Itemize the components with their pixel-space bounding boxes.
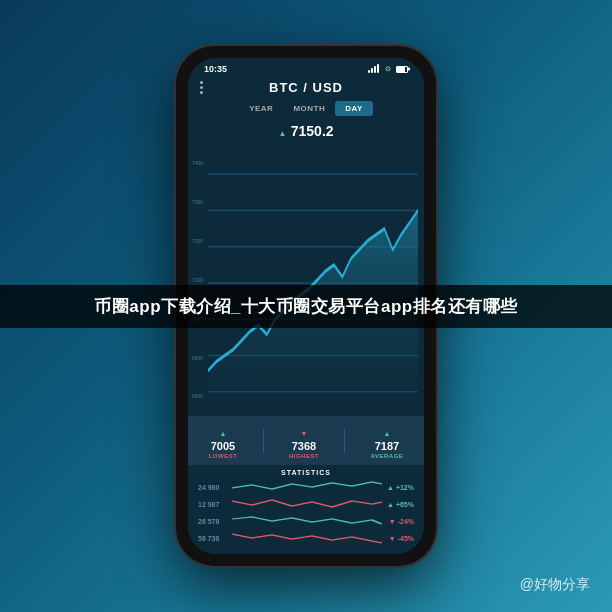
tab-month[interactable]: MONTH (283, 101, 335, 116)
stat-row-4: 56 736 ▼ -45% (198, 531, 414, 545)
price-chart: 7400 7300 7200 7100 7000 6900 6800 (188, 144, 424, 416)
watermark: @好物分享 (520, 576, 590, 594)
stat-row-1: 24 980 ▲ +12% (198, 480, 414, 494)
stat-row-2: 12 987 ▲ +65% (198, 497, 414, 511)
time-tabs: YEAR MONTH DAY (188, 97, 424, 120)
y-axis: 7400 7300 7200 7100 7000 6900 6800 (192, 144, 203, 416)
stat-divider-1 (263, 429, 264, 453)
stats-strip: ▲ 7005 LOWEST ▼ 7368 HIGHEST ▲ 7187 AVER… (188, 416, 424, 465)
stat-row-3: 26 578 ▼ -24% (198, 514, 414, 528)
statistics-title: STATISTICS (198, 469, 414, 476)
current-price: 7150.2 (291, 123, 334, 139)
stat-change-4: ▼ -45% (386, 535, 414, 542)
mini-chart-3 (232, 514, 382, 528)
promo-banner: 币圈app下载介绍_十大币圈交易平台app排名还有哪些 (0, 285, 612, 328)
stat-change-3: ▼ -24% (386, 518, 414, 525)
menu-button[interactable] (200, 81, 203, 94)
mini-chart-2 (232, 497, 382, 511)
average-arrow-icon: ▲ (384, 430, 391, 437)
tab-year[interactable]: YEAR (239, 101, 283, 116)
tab-day[interactable]: DAY (335, 101, 373, 116)
statistics-section: STATISTICS 24 980 ▲ +12% 12 987 (188, 465, 424, 554)
highest-arrow-icon: ▼ (300, 430, 307, 437)
status-time: 10:35 (204, 64, 227, 74)
highest-value: 7368 (289, 440, 319, 452)
lowest-value: 7005 (209, 440, 238, 452)
stat-change-1: ▲ +12% (386, 484, 414, 491)
stat-lowest: ▲ 7005 LOWEST (209, 422, 238, 459)
stat-num-4: 56 736 (198, 535, 228, 542)
average-value: 7187 (371, 440, 404, 452)
chart-svg (208, 144, 418, 416)
stat-divider-2 (344, 429, 345, 453)
app-header: BTC / USD (188, 76, 424, 97)
status-bar: 10:35 ⊙ (188, 58, 424, 76)
mini-chart-4 (232, 531, 382, 545)
lowest-arrow-icon: ▲ (220, 430, 227, 437)
stat-average: ▲ 7187 AVERAGE (371, 422, 404, 459)
stat-highest: ▼ 7368 HIGHEST (289, 422, 319, 459)
stat-num-3: 26 578 (198, 518, 228, 525)
wifi-icon: ⊙ (385, 65, 391, 73)
signal-icon (368, 65, 379, 73)
trading-pair-title: BTC / USD (269, 80, 343, 95)
price-display: ▲ 7150.2 (188, 120, 424, 144)
highest-label: HIGHEST (289, 453, 319, 459)
battery-icon (396, 66, 408, 73)
lowest-label: LOWEST (209, 453, 238, 459)
status-icons: ⊙ (368, 65, 408, 73)
mini-chart-1 (232, 480, 382, 494)
stat-num-1: 24 980 (198, 484, 228, 491)
stat-change-2: ▲ +65% (386, 501, 414, 508)
price-arrow-icon: ▲ (278, 129, 286, 138)
average-label: AVERAGE (371, 453, 404, 459)
stat-num-2: 12 987 (198, 501, 228, 508)
